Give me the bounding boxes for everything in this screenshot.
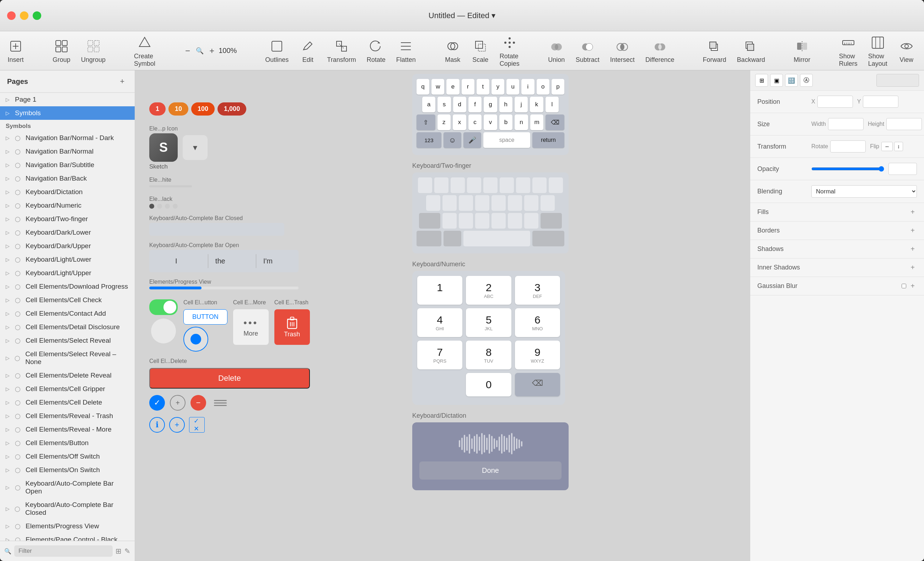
sidebar-item-16[interactable]: ▷◯Cell Elements/Select Reveal – None [0, 347, 135, 368]
opacity-input[interactable] [888, 163, 917, 175]
key-y[interactable]: y [492, 79, 504, 95]
gaussian-blur-checkbox[interactable] [902, 284, 906, 288]
cell-contact-add-button[interactable]: + [170, 395, 186, 411]
sidebar-item-2[interactable]: ▷◯Navigation Bar/Subtitle [0, 158, 135, 172]
size-height-input[interactable] [886, 118, 922, 130]
key-m[interactable]: m [530, 114, 544, 130]
panel-icon-2[interactable]: ▣ [770, 74, 783, 87]
key-x[interactable]: x [453, 114, 466, 130]
minimize-button[interactable] [20, 11, 28, 20]
autocomplete-word-1[interactable]: I [168, 254, 184, 268]
key-j[interactable]: j [514, 97, 528, 112]
sidebar-item-22[interactable]: ▷◯Cell Elements/Button [0, 436, 135, 450]
flatten-button[interactable]: Flatten [396, 38, 416, 64]
transform-button[interactable]: Transform [327, 38, 356, 64]
flip-h-button[interactable]: ↔ [881, 142, 893, 151]
subtract-button[interactable]: Subtract [576, 38, 600, 64]
rotate-copies-button[interactable]: Rotate Copies [500, 34, 520, 68]
sidebar-item-9[interactable]: ▷◯Keyboard/Light/Lower [0, 253, 135, 266]
sidebar-item-15[interactable]: ▷◯Cell Elements/Select Reveal [0, 334, 135, 347]
backward-button[interactable]: Backward [737, 38, 765, 64]
autocomplete-word-3[interactable]: I'm [256, 254, 280, 268]
shadows-add-button[interactable]: + [908, 245, 917, 253]
cell-trash-button[interactable]: Trash [274, 309, 310, 345]
cell-gripper-button[interactable] [211, 397, 230, 409]
fills-add-button[interactable]: + [908, 208, 917, 216]
numpad-key-3[interactable]: 3DEF [515, 276, 560, 305]
key-t[interactable]: t [477, 79, 489, 95]
sidebar-item-1[interactable]: ▷◯Navigation Bar/Normal [0, 145, 135, 158]
cell-button[interactable]: BUTTON [183, 309, 228, 325]
cell-delete-button[interactable]: Delete [149, 368, 310, 389]
sidebar-item-8[interactable]: ▷◯Keyboard/Dark/Upper [0, 239, 135, 253]
icon-dropdown[interactable]: ▾ [183, 135, 207, 160]
sidebar-item-21[interactable]: ▷◯Cell Elements/Reveal - More [0, 423, 135, 436]
outlines-button[interactable]: Outlines [265, 38, 289, 64]
panel-icon-4[interactable]: Ⓐ [800, 74, 813, 87]
borders-add-button[interactable]: + [908, 226, 917, 235]
key-return[interactable]: return [532, 132, 564, 148]
sidebar-item-17[interactable]: ▷◯Cell Elements/Delete Reveal [0, 368, 135, 382]
key-w[interactable]: w [431, 79, 444, 95]
key-d[interactable]: d [453, 97, 466, 112]
sidebar-item-7[interactable]: ▷◯Keyboard/Dark/Lower [0, 226, 135, 239]
key-q[interactable]: q [417, 79, 429, 95]
sidebar-item-6[interactable]: ▷◯Keyboard/Two-finger [0, 212, 135, 226]
sidebar-search-input[interactable] [14, 545, 112, 557]
key-k[interactable]: k [530, 97, 543, 112]
sidebar-item-4[interactable]: ▷◯Keyboard/Dictation [0, 185, 135, 199]
key-s[interactable]: s [438, 97, 451, 112]
difference-button[interactable]: Difference [645, 38, 675, 64]
panel-icon-3[interactable]: 🔠 [785, 74, 798, 87]
numpad-key-2[interactable]: 2ABC [466, 276, 511, 305]
zoom-in-button[interactable]: + [208, 44, 216, 57]
sidebar-item-23[interactable]: ▷◯Cell Elements/Off Switch [0, 450, 135, 463]
view-button[interactable]: View [898, 38, 915, 64]
numpad-key-6[interactable]: 6MNO [515, 308, 560, 337]
key-space[interactable]: space [483, 132, 530, 148]
key-c[interactable]: c [468, 114, 482, 130]
mask-button[interactable]: Mask [444, 38, 461, 64]
sidebar-item-26[interactable]: ▷◯Keyboard/Auto-Complete Bar Closed [0, 498, 135, 519]
fullscreen-button[interactable] [33, 11, 41, 20]
numpad-key-8[interactable]: 8TUV [466, 341, 511, 369]
mirror-button[interactable]: Mirror [794, 38, 811, 64]
key-emoji[interactable]: ☺ [444, 132, 461, 148]
cell-delete-reveal-button[interactable]: − [190, 395, 206, 411]
sidebar-item-14[interactable]: ▷◯Cell Elements/Detail Disclosure [0, 320, 135, 334]
sidebar-item-10[interactable]: ▷◯Keyboard/Light/Upper [0, 266, 135, 280]
numpad-key-backspace[interactable]: ⌫ [515, 373, 560, 396]
key-e[interactable]: e [446, 79, 459, 95]
key-delete[interactable]: ⌫ [546, 114, 564, 130]
sidebar-item-19[interactable]: ▷◯Cell Elements/Cell Delete [0, 396, 135, 409]
key-v[interactable]: v [484, 114, 497, 130]
key-a[interactable]: a [422, 97, 435, 112]
key-o[interactable]: o [537, 79, 549, 95]
sidebar-item-24[interactable]: ▷◯Cell Elements/On Switch [0, 463, 135, 477]
numpad-key-4[interactable]: 4GHI [417, 308, 462, 337]
cell-more-button[interactable]: ••• More [233, 309, 268, 345]
numpad-key-9[interactable]: 9WXYZ [515, 341, 560, 369]
sidebar-item-11[interactable]: ▷◯Cell Elements/Download Progress [0, 280, 135, 293]
key-shift[interactable]: ⇧ [417, 114, 435, 130]
key-u[interactable]: u [506, 79, 519, 95]
numpad-key-0[interactable]: 0 [466, 373, 511, 396]
key-l[interactable]: l [546, 97, 559, 112]
sidebar-item-page1[interactable]: ▷ Page 1 [0, 93, 135, 106]
key-h[interactable]: h [500, 97, 513, 112]
key-f[interactable]: f [468, 97, 482, 112]
sidebar-item-20[interactable]: ▷◯Cell Elements/Reveal - Trash [0, 409, 135, 423]
numpad-key-1[interactable]: 1 [417, 276, 462, 305]
opacity-slider[interactable] [812, 166, 884, 172]
sidebar-item-0[interactable]: ▷◯Navigation Bar/Normal - Dark [0, 131, 135, 145]
autocomplete-word-2[interactable]: the [208, 254, 232, 268]
add-circle-button[interactable]: + [169, 417, 185, 433]
sidebar-item-18[interactable]: ▷◯Cell Elements/Cell Gripper [0, 382, 135, 396]
key-i[interactable]: i [521, 79, 534, 95]
blending-select[interactable]: Normal Multiply Screen Overlay [812, 185, 917, 198]
sidebar-item-28[interactable]: ▷◯Elements/Page Control - Black [0, 533, 135, 541]
key-g[interactable]: g [484, 97, 497, 112]
key-z[interactable]: z [438, 114, 451, 130]
sidebar-item-13[interactable]: ▷◯Cell Elements/Contact Add [0, 307, 135, 320]
sidebar-item-5[interactable]: ▷◯Keyboard/Numeric [0, 199, 135, 212]
